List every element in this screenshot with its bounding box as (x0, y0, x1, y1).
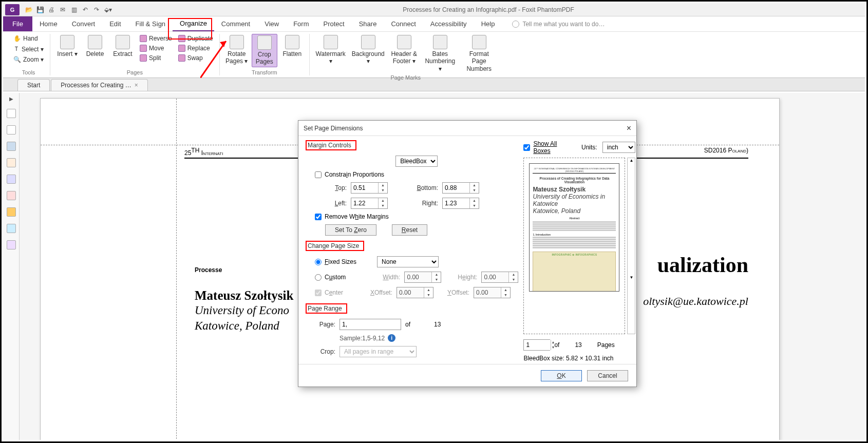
width-label: Width: (368, 274, 400, 281)
fixed-sizes-radio[interactable]: Fixed Sizes (315, 258, 356, 265)
crop-pages-button[interactable]: Crop Pages (252, 34, 277, 67)
close-icon[interactable]: × (135, 82, 138, 89)
right-input[interactable]: ▲▼ (442, 198, 479, 209)
width-input[interactable]: ▲▼ (404, 272, 441, 283)
watermark-icon (324, 35, 338, 49)
section-change-page-size: Change Page Size (306, 241, 364, 251)
tab-organize[interactable]: Organize (173, 16, 214, 31)
email-icon[interactable]: ✉ (59, 6, 67, 14)
cancel-button[interactable]: Cancel (587, 370, 628, 381)
duplicate-icon (178, 35, 185, 42)
tab-accessibility[interactable]: Accessibility (423, 16, 474, 31)
attachments-panel-icon[interactable] (7, 175, 16, 184)
duplicate-button[interactable]: Duplicate (176, 34, 215, 43)
bates-button[interactable]: Bates Numbering ▾ (422, 34, 459, 73)
open-icon[interactable]: 📂 (25, 6, 33, 14)
navigation-panel: ▶ (3, 93, 20, 440)
swap-button[interactable]: Swap (176, 53, 215, 63)
preview-scrollbar[interactable]: ▲▼ (627, 158, 635, 334)
remove-white-checkbox[interactable]: Remove White Margins (315, 213, 518, 220)
split-button[interactable]: Split (138, 53, 174, 63)
yoffset-input[interactable]: ▲▼ (474, 287, 511, 298)
top-input[interactable]: ▲▼ (351, 182, 388, 194)
pages-panel-icon[interactable] (7, 109, 16, 118)
bookmarks-panel-icon[interactable] (7, 125, 16, 134)
group-label-pagemarks: Page Marks (314, 73, 498, 81)
show-all-boxes-checkbox[interactable]: Show All Boxes (523, 140, 571, 155)
tab-help[interactable]: Help (474, 16, 502, 31)
reverse-button[interactable]: Reverse (138, 34, 174, 43)
units-label: Units: (581, 144, 597, 151)
dialog-close-icon[interactable]: × (627, 124, 631, 133)
watermark-button[interactable]: Watermark ▾ (314, 34, 348, 66)
units-select[interactable]: inch (602, 142, 636, 153)
doctab-start[interactable]: Start (17, 79, 50, 91)
ribbon: ✋Hand ＴSelect ▾ 🔍Zoom ▾ Tools Insert ▾ D… (3, 32, 865, 78)
print-icon[interactable]: 🖨 (47, 6, 55, 14)
delete-button[interactable]: Delete (82, 34, 108, 59)
set-page-dimensions-dialog: Set Page Dimensions × Margin Controls Bl… (298, 120, 637, 387)
set-to-zero-button[interactable]: Set To Zero (325, 224, 376, 236)
zoom-tool[interactable]: 🔍Zoom ▾ (11, 55, 46, 64)
info-icon[interactable]: i (388, 334, 395, 342)
header-footer-button[interactable]: Header & Footer ▾ (389, 34, 420, 66)
page-range-input[interactable] (339, 319, 401, 330)
blank-icon[interactable]: ▥ (70, 6, 78, 14)
comments-panel-icon[interactable] (7, 158, 16, 167)
format-page-numbers-button[interactable]: Format Page Numbers (461, 34, 498, 73)
crop-select[interactable]: All pages in range (339, 346, 417, 357)
layers-panel-icon[interactable] (7, 142, 16, 151)
preview-page-spinner[interactable]: ▲▼ (523, 339, 550, 351)
group-label-transform: Transform (224, 68, 305, 75)
left-input[interactable]: ▲▼ (351, 198, 388, 209)
tab-edit[interactable]: Edit (102, 16, 128, 31)
tab-view[interactable]: View (257, 16, 286, 31)
constrain-checkbox[interactable]: Constrain Proportions (315, 171, 518, 178)
undo-icon[interactable]: ↶ (81, 6, 89, 14)
preview-pages-label: Pages (597, 341, 615, 349)
group-label-pages: Pages (54, 68, 215, 75)
tell-me-search[interactable]: Tell me what you want to do… (512, 16, 605, 31)
tab-share[interactable]: Share (352, 16, 384, 31)
title-bar: G 📂 💾 🖨 ✉ ▥ ↶ ↷ ⬙▾ Processes for Creatin… (3, 3, 865, 16)
tab-convert[interactable]: Convert (65, 16, 103, 31)
security-panel-icon[interactable] (7, 207, 16, 217)
fixed-size-select[interactable]: None (377, 256, 439, 267)
insert-icon (60, 35, 74, 49)
tab-home[interactable]: Home (32, 16, 65, 31)
redo-icon[interactable]: ↷ (92, 6, 101, 14)
reset-button[interactable]: Reset (392, 224, 427, 236)
dropdown-icon[interactable]: ⬙▾ (104, 6, 112, 14)
header-footer-icon (397, 35, 411, 49)
ok-button[interactable]: OK (541, 370, 582, 381)
xoffset-input[interactable]: ▲▼ (397, 287, 433, 298)
center-checkbox: Center (315, 289, 343, 296)
tab-connect[interactable]: Connect (384, 16, 423, 31)
tab-form[interactable]: Form (286, 16, 316, 31)
box-type-select[interactable]: BleedBox (395, 156, 438, 167)
extract-button[interactable]: Extract (110, 34, 136, 59)
expand-icon[interactable]: ▶ (9, 96, 13, 102)
fields-panel-icon[interactable] (7, 224, 16, 233)
select-tool[interactable]: ＴSelect ▾ (11, 44, 46, 54)
signatures-panel-icon[interactable] (7, 240, 16, 249)
tab-protect[interactable]: Protect (316, 16, 352, 31)
insert-button[interactable]: Insert ▾ (54, 34, 80, 59)
zoom-icon: 🔍 (13, 56, 21, 63)
hand-tool[interactable]: ✋Hand (11, 34, 46, 43)
file-tab[interactable]: File (3, 16, 32, 31)
move-button[interactable]: Move (138, 44, 174, 53)
doctab-document[interactable]: Processes for Creating …× (51, 79, 147, 91)
split-icon (140, 54, 147, 62)
save-icon[interactable]: 💾 (36, 6, 44, 14)
flatten-button[interactable]: Flatten (279, 34, 305, 59)
tab-fillsign[interactable]: Fill & Sign (128, 16, 173, 31)
background-button[interactable]: Background ▾ (350, 34, 387, 66)
custom-radio[interactable]: Custom (315, 274, 346, 281)
rotate-pages-button[interactable]: Rotate Pages ▾ (224, 34, 250, 66)
height-input[interactable]: ▲▼ (481, 272, 518, 283)
tab-comment[interactable]: Comment (214, 16, 257, 31)
stamps-panel-icon[interactable] (7, 191, 16, 200)
replace-button[interactable]: Replace (176, 44, 215, 53)
bottom-input[interactable]: ▲▼ (442, 182, 479, 194)
